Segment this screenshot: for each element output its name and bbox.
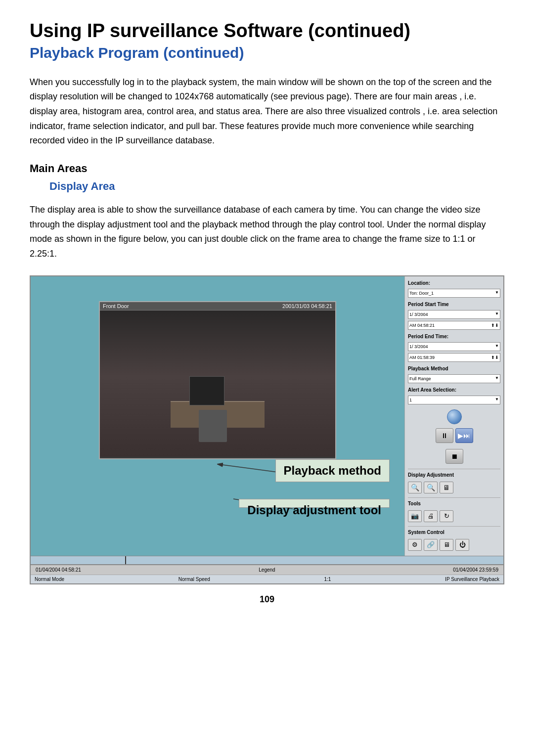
camera-name: Front Door [103,303,129,309]
room-ceiling [100,311,335,376]
display-mode-button[interactable]: 🖥 [440,482,453,493]
period-end-date-arrow: ▼ [495,344,499,348]
ui-status-bar: Normal Mode Normal Speed 1:1 IP Surveill… [31,575,503,583]
period-end-time-spinner: ⬆⬇ [491,355,499,360]
display-adjustment-label: Display Adjustment [408,472,500,478]
play-controls: ⏸ ▶⏭ ⏹ [408,409,500,466]
system-row: ⚙ 🔗 🖥 ⏻ [408,539,500,551]
refresh-tool-button[interactable]: ↻ [440,510,453,522]
period-start-time-input[interactable]: AM 04:58:21 ⬆⬇ [408,321,500,330]
print-tool-button[interactable]: 🖨 [424,510,438,522]
playback-method-input[interactable]: Full Range ▼ [408,374,500,383]
main-title: Using IP surveillance Software (continue… [30,20,504,43]
mode-label: Normal Mode [35,577,64,582]
tools-label: Tools [408,501,500,506]
period-end-label: Period End Time: [408,334,500,339]
ui-left-panel: Front Door 2001/31/03 04:58:21 [31,276,404,556]
period-start-date-arrow: ▼ [495,311,499,316]
subsection-heading: Display Area [49,180,504,193]
stop-button[interactable]: ⏹ [445,449,463,464]
alert-area-input[interactable]: 1 ▼ [408,396,500,404]
callout-display: Display adjustment tool [239,499,390,508]
play-button[interactable]: ▶⏭ [455,428,473,443]
camera-timestamp: 2001/31/03 04:58:21 [282,303,332,309]
camera-feed-content [100,311,335,457]
ratio-label: 1:1 [324,577,331,582]
period-start-time-spinner: ⬆⬇ [491,323,499,328]
timeline-indicator [125,556,126,564]
alert-area-arrow: ▼ [495,397,499,401]
power-button[interactable]: ⏻ [455,539,469,551]
page-container: Using IP surveillance Software (continue… [0,0,534,756]
monitor-button[interactable]: 🖥 [440,539,453,551]
ui-right-panel: Location: Ton: Door_1 ▼ Period Start Tim… [404,276,503,556]
network-button[interactable]: 🔗 [424,539,438,551]
zoom-in-button[interactable]: 🔍 [408,482,422,493]
callout-playback: Playback method [275,459,390,482]
page-number: 109 [30,594,504,605]
camera-tool-button[interactable]: 📷 [408,510,422,522]
body-text: When you successfully log in to the play… [30,75,504,148]
period-end-date-input[interactable]: 1/ 3/2004 ▼ [408,342,500,351]
room-chair [199,410,227,442]
status-start-time: 01/04/2004 04:58:21 [36,567,81,573]
room-monitor [189,376,224,405]
period-start-date-input[interactable]: 1/ 3/2004 ▼ [408,310,500,319]
indicator-sphere [447,409,462,424]
ui-screenshot: Front Door 2001/31/03 04:58:21 [30,275,504,584]
sub-title: Playback Program (continued) [30,44,504,61]
location-input[interactable]: Ton: Door_1 ▼ [408,289,500,298]
camera-feed-header: Front Door 2001/31/03 04:58:21 [100,302,335,311]
system-control-label: System Control [408,530,500,535]
app-label: IP Surveillance Playback [445,577,499,582]
camera-feed: Front Door 2001/31/03 04:58:21 [99,301,336,459]
settings-button[interactable]: ⚙ [408,539,422,551]
alert-area-label: Alert Area Selection: [408,387,500,393]
divider-3 [408,526,500,527]
playback-method-arrow: ▼ [495,376,499,380]
section-heading: Main Areas [30,162,504,175]
speed-label: Normal Speed [178,577,210,582]
stop-row: ⏹ [445,449,463,464]
ui-bottom-bar: 01/04/2004 04:58:21 Legend 01/04/2004 23… [31,565,503,575]
playback-method-label: Playback Method [408,366,500,371]
ui-main-area: Front Door 2001/31/03 04:58:21 [31,276,503,556]
display-adjustment-row: 🔍 🔍 🖥 [408,482,500,493]
zoom-out-button[interactable]: 🔍 [424,482,438,493]
display-area-description: The display area is able to show the sur… [30,203,504,262]
location-dropdown-arrow: ▼ [495,290,499,295]
period-end-time-input[interactable]: AM 01:58:39 ⬆⬇ [408,353,500,362]
timeline-bar[interactable] [31,556,503,565]
status-legend: Legend [259,567,275,573]
playback-control-row: ⏸ ▶⏭ [436,428,473,443]
status-end-time: 01/04/2004 23:59:59 [453,567,498,573]
divider-2 [408,497,500,498]
camera-room [100,311,335,457]
location-label: Location: [408,280,500,286]
period-start-label: Period Start Time [408,302,500,307]
divider-1 [408,469,500,469]
pause-button[interactable]: ⏸ [436,428,453,443]
callout-area: Playback method Display adjustment tool [36,459,400,538]
tools-row: 📷 🖨 ↻ [408,510,500,522]
